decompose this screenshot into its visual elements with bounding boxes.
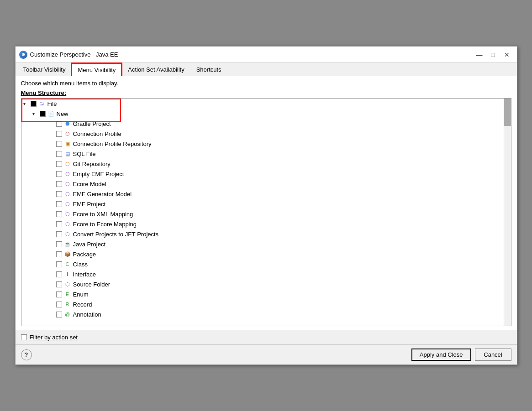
package-icon: 📦 xyxy=(64,250,71,258)
tree-item-connection-profile[interactable]: ⬡ Connection Profile xyxy=(21,129,511,139)
cancel-button[interactable]: Cancel xyxy=(475,349,511,361)
tree-item-source-folder[interactable]: ⬡ Source Folder xyxy=(21,279,511,289)
tree-container: ▾ 🗂 File ▾ 📄 New ⬣ Gradle Project xyxy=(21,98,511,326)
tree-item-interface[interactable]: I Interface xyxy=(21,269,511,279)
window-title: Customize Perspective - Java EE xyxy=(30,51,118,58)
checkbox-conn-repo[interactable] xyxy=(56,141,62,147)
checkbox-source-folder[interactable] xyxy=(56,281,62,287)
emf-project-label: EMF Project xyxy=(73,201,106,208)
checkbox-sql[interactable] xyxy=(56,151,62,157)
bottom-bar: ? Apply and Close Cancel xyxy=(16,344,517,364)
tree-item-emf-empty[interactable]: ⬡ Empty EMF Project xyxy=(21,169,511,179)
checkbox-annotation[interactable] xyxy=(56,312,62,317)
checkbox-emf-project[interactable] xyxy=(56,201,62,207)
checkbox-gradle[interactable] xyxy=(56,121,62,127)
record-label: Record xyxy=(73,301,92,308)
jet-label: Convert Projects to JET Projects xyxy=(73,231,159,238)
maximize-button[interactable]: □ xyxy=(487,50,500,60)
tree-item-emf-gen[interactable]: ⬡ EMF Generator Model xyxy=(21,189,511,199)
sql-icon: ▤ xyxy=(64,150,71,157)
filter-checkbox[interactable] xyxy=(21,334,27,340)
tree-item-conn-repo[interactable]: ▣ Connection Profile Repository xyxy=(21,139,511,149)
tree-item-package[interactable]: 📦 Package xyxy=(21,249,511,259)
checkbox-new[interactable] xyxy=(40,111,46,117)
checkbox-ecore-model[interactable] xyxy=(56,181,62,187)
ecore-xml-icon: ⬡ xyxy=(64,210,71,218)
checkbox-emf-empty[interactable] xyxy=(56,171,62,177)
expand-arrow-file: ▾ xyxy=(23,101,30,106)
checkbox-jet[interactable] xyxy=(56,231,62,237)
sql-label: SQL File xyxy=(73,151,96,157)
title-bar: ⚙ Customize Perspective - Java EE — □ ✕ xyxy=(16,47,517,63)
source-folder-label: Source Folder xyxy=(73,281,111,288)
checkbox-emf-gen[interactable] xyxy=(56,191,62,197)
description-text: Choose which menu items to display. xyxy=(21,80,511,87)
tree-item-annotation[interactable]: @ Annotation xyxy=(21,309,511,319)
checkbox-package[interactable] xyxy=(56,251,62,257)
title-bar-left: ⚙ Customize Perspective - Java EE xyxy=(19,51,118,59)
checkbox-conn-profile[interactable] xyxy=(56,131,62,137)
checkbox-git[interactable] xyxy=(56,161,62,167)
help-button[interactable]: ? xyxy=(21,349,32,360)
tree-item-jet[interactable]: ⬡ Convert Projects to JET Projects xyxy=(21,229,511,239)
tree-item-git[interactable]: ⬡ Git Repository xyxy=(21,159,511,169)
git-label: Git Repository xyxy=(73,161,111,167)
checkbox-file[interactable] xyxy=(31,101,37,107)
tab-shortcuts[interactable]: Shortcuts xyxy=(190,63,227,76)
tree-item-file[interactable]: ▾ 🗂 File xyxy=(21,99,511,109)
tree-item-enum[interactable]: E Enum xyxy=(21,289,511,299)
tree-item-java-project[interactable]: ☕ Java Project xyxy=(21,239,511,249)
gradle-icon: ⬣ xyxy=(64,120,71,127)
enum-label: Enum xyxy=(73,291,89,298)
minimize-button[interactable]: — xyxy=(473,50,486,60)
checkbox-class[interactable] xyxy=(56,261,62,267)
ecore-model-label: Ecore Model xyxy=(73,181,106,187)
conn-repo-label: Connection Profile Repository xyxy=(73,140,152,147)
gradle-label: Gradle Project xyxy=(73,120,111,127)
conn-profile-icon: ⬡ xyxy=(64,130,71,137)
emf-gen-icon: ⬡ xyxy=(64,190,71,198)
ecore-ecore-icon: ⬡ xyxy=(64,220,71,228)
jet-icon: ⬡ xyxy=(64,230,71,238)
file-label: File xyxy=(47,100,57,107)
emf-gen-label: EMF Generator Model xyxy=(73,191,132,198)
footer-bar: Filter by action set xyxy=(16,330,517,344)
record-icon: R xyxy=(64,301,71,308)
checkbox-java-project[interactable] xyxy=(56,241,62,247)
app-icon: ⚙ xyxy=(19,51,27,59)
tree-item-class[interactable]: C Class xyxy=(21,259,511,269)
tree-item-gradle[interactable]: ⬣ Gradle Project xyxy=(21,119,511,129)
dialog-body: Choose which menu items to display. Menu… xyxy=(16,76,517,330)
tabs-bar: Toolbar Visibility Menu Visibility Actio… xyxy=(16,63,517,76)
emf-empty-label: Empty EMF Project xyxy=(73,171,124,177)
package-label: Package xyxy=(73,251,96,258)
checkbox-ecore-ecore[interactable] xyxy=(56,221,62,227)
emf-project-icon: ⬡ xyxy=(64,200,71,208)
checkbox-ecore-xml[interactable] xyxy=(56,211,62,217)
apply-close-button[interactable]: Apply and Close xyxy=(411,349,471,361)
new-icon: 📄 xyxy=(47,110,55,117)
checkbox-record[interactable] xyxy=(56,302,62,307)
tree-item-new[interactable]: ▾ 📄 New xyxy=(21,109,511,119)
tree-item-ecore-xml[interactable]: ⬡ Ecore to XML Mapping xyxy=(21,209,511,219)
ecore-model-icon: ⬡ xyxy=(64,180,71,187)
checkbox-interface[interactable] xyxy=(56,271,62,277)
interface-label: Interface xyxy=(73,271,96,278)
close-button[interactable]: ✕ xyxy=(500,50,513,60)
tab-menu-visibility[interactable]: Menu Visibility xyxy=(71,63,122,76)
annotation-label: Annotation xyxy=(73,311,101,318)
source-folder-icon: ⬡ xyxy=(64,281,71,288)
tree-item-emf-project[interactable]: ⬡ EMF Project xyxy=(21,199,511,209)
file-icon: 🗂 xyxy=(38,100,46,107)
tree-item-ecore-ecore[interactable]: ⬡ Ecore to Ecore Mapping xyxy=(21,219,511,229)
class-label: Class xyxy=(73,261,88,268)
tree-item-ecore-model[interactable]: ⬡ Ecore Model xyxy=(21,179,511,189)
action-buttons: Apply and Close Cancel xyxy=(411,349,511,361)
checkbox-enum[interactable] xyxy=(56,291,62,297)
tree-item-record[interactable]: R Record xyxy=(21,299,511,309)
tab-toolbar-visibility[interactable]: Toolbar Visibility xyxy=(17,63,72,76)
emf-empty-icon: ⬡ xyxy=(64,170,71,177)
vertical-scrollbar[interactable] xyxy=(504,99,511,326)
tab-action-set-availability[interactable]: Action Set Availability xyxy=(122,63,190,76)
tree-item-sql[interactable]: ▤ SQL File xyxy=(21,149,511,159)
